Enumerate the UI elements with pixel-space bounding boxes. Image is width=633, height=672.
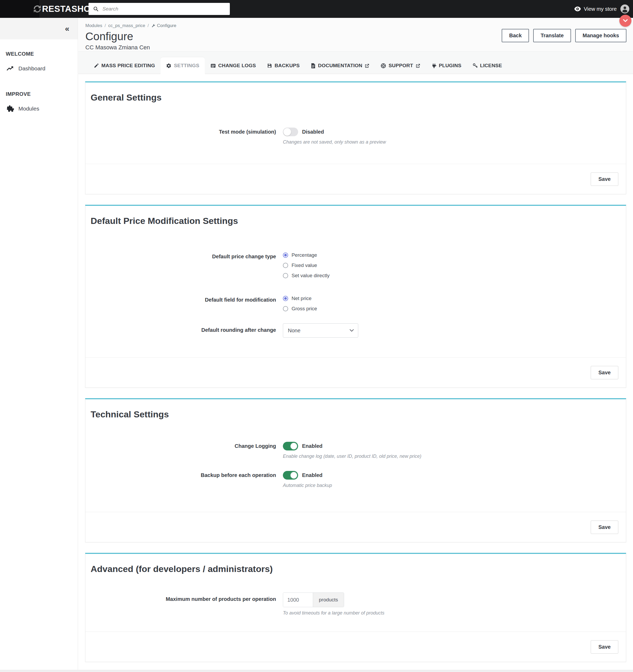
change-logging-label: Change Logging — [85, 442, 283, 449]
price-change-type-label: Default price change type — [85, 252, 283, 260]
radio-label: Gross price — [291, 306, 317, 312]
notifications-button[interactable] — [619, 15, 631, 27]
toggle-knob — [290, 472, 298, 479]
radio-fixed-value[interactable]: Fixed value — [283, 263, 626, 268]
radio-label: Set value directly — [291, 273, 330, 279]
radio-label: Percentage — [291, 252, 317, 258]
panel-advanced: Advanced (for developers / administrator… — [85, 553, 626, 662]
tab-support[interactable]: SUPPORT — [375, 57, 426, 74]
max-products-unit: products — [313, 593, 344, 607]
radio-net-price[interactable]: Net price — [283, 295, 626, 301]
test-mode-label: Test mode (simulation) — [85, 127, 283, 135]
tab-label: SUPPORT — [389, 63, 413, 69]
radio-gross-price[interactable]: Gross price — [283, 306, 626, 312]
save-button-general[interactable]: Save — [591, 172, 618, 186]
max-products-label: Maximum number of products per operation — [85, 593, 283, 602]
document-icon — [311, 63, 316, 69]
test-mode-state: Disabled — [302, 129, 324, 135]
prestashop-logo[interactable] — [0, 0, 40, 18]
select-value: None — [288, 328, 350, 334]
tab-label: DOCUMENTATION — [318, 63, 362, 69]
save-button-defaults[interactable]: Save — [591, 366, 618, 379]
max-products-input[interactable] — [283, 593, 313, 607]
max-products-input-group: products — [283, 593, 344, 607]
sidebar-section-improve: IMPROVE — [6, 91, 78, 97]
max-products-help: To avoid timeouts for a large number of … — [283, 610, 626, 616]
radio-label: Fixed value — [291, 263, 317, 268]
panel-footer: Save — [85, 164, 626, 194]
tab-backups[interactable]: BACKUPS — [261, 57, 305, 74]
pencil-icon — [94, 63, 99, 68]
tab-mass-price-editing[interactable]: MASS PRICE EDITING — [88, 57, 161, 74]
panel-title: Technical Settings — [85, 399, 626, 419]
topbar: RESTASHOP 8.2.1 Quick Access View my sto… — [0, 0, 633, 18]
test-mode-toggle[interactable] — [283, 127, 298, 136]
panel-title: General Settings — [85, 82, 626, 103]
search-input[interactable] — [99, 6, 230, 12]
view-my-store-label: View my store — [584, 6, 617, 12]
list-icon — [210, 63, 216, 69]
external-link-icon — [365, 63, 370, 68]
price-change-type-options: Percentage Fixed value Set value directl… — [283, 252, 626, 283]
change-logging-state: Enabled — [302, 443, 323, 449]
panel-technical-settings: Technical Settings Change Logging Enable… — [85, 398, 626, 542]
tab-label: LICENSE — [480, 63, 502, 69]
settings-content: General Settings Test mode (simulation) … — [78, 74, 633, 662]
tab-settings[interactable]: SETTINGS — [161, 57, 205, 74]
radio-icon — [283, 296, 288, 301]
puzzle-icon — [6, 105, 14, 112]
change-logging-toggle[interactable] — [283, 442, 298, 451]
view-my-store-link[interactable]: View my store — [574, 6, 617, 12]
backup-before-toggle[interactable] — [283, 471, 298, 480]
breadcrumb-module-name[interactable]: cc_ps_mass_price — [108, 23, 145, 28]
tab-plugins[interactable]: PLUGINS — [426, 57, 467, 74]
tab-label: SETTINGS — [174, 63, 200, 69]
field-for-modification-label: Default field for modification — [85, 295, 283, 303]
radio-icon — [283, 253, 288, 258]
page-subtitle: CC Masowa Zmiana Cen — [85, 44, 633, 51]
trend-up-icon — [6, 65, 14, 72]
radio-icon — [283, 273, 288, 278]
page-bottom-strip — [0, 670, 633, 672]
test-mode-help: Changes are not saved, only shown as a p… — [283, 139, 626, 145]
header-actions: Back Translate Manage hooks — [502, 29, 627, 42]
lifering-icon — [381, 63, 386, 69]
tab-change-logs[interactable]: CHANGE LOGS — [205, 57, 262, 74]
breadcrumb-separator: / — [104, 23, 106, 28]
key-icon — [472, 63, 478, 68]
sidebar-item-dashboard[interactable]: Dashboard — [6, 65, 78, 72]
chevron-down-icon — [350, 329, 354, 332]
page-header: Modules / cc_ps_mass_price / Configure C… — [78, 18, 633, 51]
plug-icon — [431, 63, 437, 69]
sidebar-header: « — [0, 18, 78, 39]
panel-default-price-settings: Default Price Modification Settings Defa… — [85, 205, 626, 388]
global-search — [89, 3, 230, 15]
user-avatar[interactable] — [620, 4, 629, 14]
breadcrumb-separator: / — [148, 23, 149, 28]
sidebar-item-modules[interactable]: Modules — [6, 105, 78, 112]
save-button-technical[interactable]: Save — [591, 521, 618, 534]
back-button[interactable]: Back — [502, 29, 529, 42]
translate-button[interactable]: Translate — [533, 29, 571, 42]
eye-icon — [574, 6, 581, 11]
sidebar-item-label: Dashboard — [18, 65, 45, 72]
panel-title: Advanced (for developers / administrator… — [85, 554, 626, 574]
save-button-advanced[interactable]: Save — [591, 640, 618, 654]
tab-license[interactable]: LICENSE — [467, 57, 508, 74]
toggle-knob — [283, 128, 291, 136]
rounding-label: Default rounding after change — [85, 323, 283, 333]
panel-footer: Save — [85, 357, 626, 387]
change-logging-help: Enable change log (date, user ID, produc… — [283, 454, 626, 459]
default-rounding-select[interactable]: None — [283, 323, 358, 338]
sidebar: « WELCOME Dashboard IMPROVE Modules — [0, 18, 78, 672]
sidebar-collapse-button[interactable]: « — [65, 25, 69, 32]
panel-general-settings: General Settings Test mode (simulation) … — [85, 81, 626, 194]
radio-percentage[interactable]: Percentage — [283, 252, 626, 258]
radio-set-value-directly[interactable]: Set value directly — [283, 273, 626, 279]
tab-documentation[interactable]: DOCUMENTATION — [305, 57, 375, 74]
breadcrumb-configure-label: Configure — [157, 23, 177, 28]
breadcrumb: Modules / cc_ps_mass_price / Configure — [85, 23, 633, 28]
manage-hooks-button[interactable]: Manage hooks — [575, 29, 627, 42]
tab-label: CHANGE LOGS — [218, 63, 256, 69]
breadcrumb-modules[interactable]: Modules — [85, 23, 102, 28]
